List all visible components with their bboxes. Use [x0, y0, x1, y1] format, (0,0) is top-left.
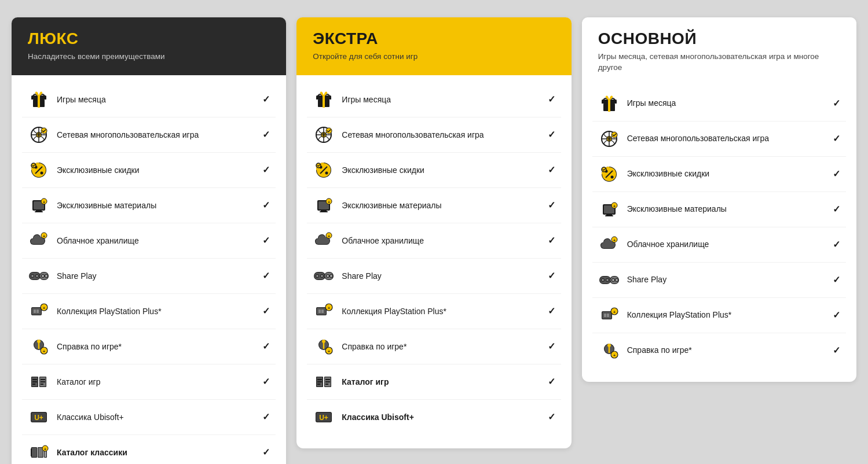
svg-point-177 [602, 279, 604, 281]
svg-rect-44 [36, 310, 39, 313]
feature-label: Облачное хранилище [627, 239, 826, 249]
list-item: Игры месяца✓ [307, 82, 561, 117]
feature-label: Эксклюзивные материалы [627, 204, 826, 214]
feature-checkmark: ✓ [262, 305, 270, 316]
network-icon [313, 124, 335, 146]
discount-icon [598, 163, 620, 185]
svg-text:+: + [43, 305, 45, 310]
card-title-extra: ЭКСТРА [313, 30, 555, 48]
feature-label: Share Play [342, 271, 540, 281]
list-item: + Справка по игре*✓ [592, 333, 846, 368]
feature-checkmark: ✓ [833, 168, 840, 179]
list-item: Сетевая многопользовательская игра✓ [592, 121, 846, 157]
svg-rect-189 [604, 314, 606, 317]
svg-rect-57 [32, 384, 35, 385]
svg-rect-56 [32, 381, 37, 382]
cloud-icon: + [28, 230, 50, 252]
svg-text:U+: U+ [34, 414, 43, 422]
feature-checkmark: ✓ [262, 341, 270, 352]
feature-label: Эксклюзивные материалы [57, 200, 255, 211]
svg-rect-60 [41, 379, 45, 380]
feature-label: Игры месяца [57, 94, 255, 105]
list-item: Share Play✓ [307, 259, 561, 294]
catalog-icon [28, 371, 50, 393]
svg-rect-136 [317, 381, 322, 382]
card-title-basic: ОСНОВНОЙ [598, 30, 840, 48]
feature-checkmark: ✓ [833, 239, 840, 250]
svg-point-184 [616, 279, 618, 281]
feature-checkmark: ✓ [548, 305, 555, 316]
feature-label: Каталог классики [57, 447, 255, 458]
card-lux: ЛЮКСНасладитесь всеми преимуществами Игр… [12, 17, 286, 464]
feature-label: Эксклюзивные скидки [342, 165, 540, 175]
feature-label: Игры месяца [627, 98, 826, 108]
card-basic: ОСНОВНОЙИгры месяца, сетевая многопользо… [582, 17, 856, 382]
svg-rect-62 [41, 384, 43, 385]
feature-label: Классика Ubisoft+ [57, 412, 255, 422]
svg-rect-43 [34, 310, 36, 313]
svg-text:+: + [613, 238, 616, 242]
list-item: + Облачное хранилище✓ [307, 223, 561, 259]
card-extra: ЭКСТРАОткройте для себя сотни игр Игры м… [296, 17, 571, 448]
shareplay-icon [598, 269, 620, 291]
card-header-extra: ЭКСТРАОткройте для себя сотни игр [296, 17, 571, 75]
collection-icon: + [28, 300, 50, 322]
feature-label: Облачное хранилище [57, 235, 255, 246]
feature-checkmark: ✓ [548, 235, 555, 246]
list-item: Каталог игр✓ [22, 364, 276, 400]
svg-text:+: + [328, 200, 330, 204]
hint-icon: + [313, 336, 335, 358]
network-icon [28, 124, 50, 146]
list-item: Share Play✓ [592, 263, 846, 298]
cloud-icon: + [598, 234, 620, 256]
feature-label: Share Play [57, 271, 255, 281]
list-item: + Коллекция PlayStation Plus*✓ [22, 294, 276, 329]
list-item: + Коллекция PlayStation Plus*✓ [307, 294, 561, 329]
list-item: U+ Классика Ubisoft+✓ [22, 400, 276, 435]
feature-label: Справка по игре* [57, 341, 255, 352]
classics-icon: + [28, 441, 50, 463]
feature-checkmark: ✓ [548, 129, 555, 140]
list-item: U+ Классика Ubisoft+✓ [307, 400, 561, 434]
list-item: Игры месяца✓ [592, 86, 846, 121]
feature-label: Share Play [627, 274, 826, 285]
svg-rect-135 [317, 379, 322, 380]
svg-rect-68 [31, 448, 32, 456]
list-item: + Эксклюзивные материалы✓ [22, 188, 276, 223]
svg-rect-102 [320, 211, 328, 212]
list-item: Share Play✓ [22, 259, 276, 294]
features-list-basic: Игры месяца✓ Сетевая многопользовательск… [582, 86, 856, 368]
svg-rect-141 [325, 381, 330, 382]
shareplay-icon [28, 265, 50, 287]
feature-label: Коллекция PlayStation Plus* [57, 306, 255, 316]
feature-label: Эксклюзивные скидки [627, 168, 826, 179]
catalog-icon [313, 371, 335, 393]
feature-checkmark: ✓ [262, 235, 270, 246]
feature-label: Коллекция PlayStation Plus* [627, 310, 826, 320]
svg-rect-124 [321, 310, 324, 313]
feature-checkmark: ✓ [262, 164, 270, 175]
svg-text:+: + [44, 447, 46, 451]
svg-rect-167 [606, 213, 612, 215]
list-item: Эксклюзивные скидки✓ [22, 153, 276, 188]
svg-point-112 [321, 275, 323, 277]
svg-point-18 [31, 163, 36, 168]
card-subtitle-basic: Игры месяца, сетевая многопользовательск… [598, 51, 840, 73]
feature-checkmark: ✓ [262, 376, 270, 387]
hint-icon: + [28, 336, 50, 358]
list-item: Сетевая многопользовательская игра✓ [307, 117, 561, 153]
discount-icon [313, 159, 335, 181]
svg-text:+: + [613, 310, 616, 314]
feature-label: Сетевая многопользовательская игра [342, 130, 540, 140]
materials-icon: + [28, 194, 50, 216]
feature-checkmark: ✓ [262, 200, 270, 211]
feature-label: Эксклюзивные скидки [57, 165, 255, 175]
feature-checkmark: ✓ [548, 200, 555, 211]
card-header-basic: ОСНОВНОЙИгры месяца, сетевая многопользо… [582, 17, 856, 79]
gift-icon [598, 93, 620, 115]
collection-icon: + [313, 300, 335, 322]
list-item: + Облачное хранилище✓ [22, 223, 276, 259]
svg-point-164 [602, 167, 606, 172]
shareplay-icon [313, 265, 335, 287]
materials-icon: + [313, 194, 335, 216]
